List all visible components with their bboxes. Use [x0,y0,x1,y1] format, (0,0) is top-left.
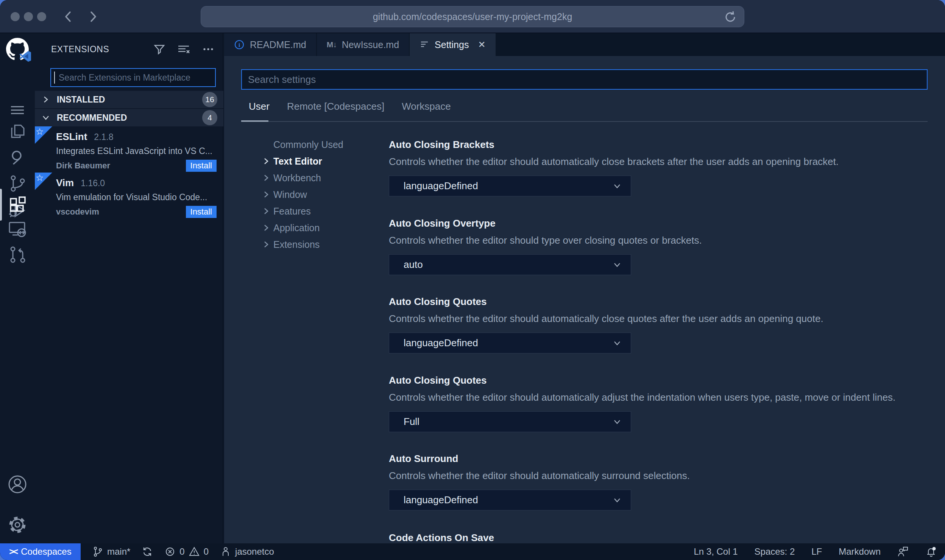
remote-explorer-icon[interactable] [5,217,30,241]
user-status[interactable]: jasonetco [220,546,274,557]
extensions-sidebar: EXTENSIONS INSTALLED 16 RECOMMENDED 4 ☆ … [35,33,223,543]
extension-item-vim[interactable]: ☆ Vim 1.16.0 Vim emulation for Visual St… [35,173,223,218]
editor-tab-bar: i README.md M↓ NewIssue.md Settings ✕ [224,33,945,56]
chevron-right-icon [259,156,273,166]
sidebar-title: EXTENSIONS [51,44,109,54]
settings-list-icon [419,40,429,50]
star-icon: ☆ [36,173,44,183]
tab-newissue[interactable]: M↓ NewIssue.md [317,33,410,56]
toc-text-editor[interactable]: Text Editor [259,153,384,170]
extensions-icon[interactable] [5,193,30,217]
tab-readme[interactable]: i README.md [224,33,317,56]
settings-search-input[interactable] [242,74,927,86]
install-button[interactable]: Install [186,160,217,172]
extensions-search-input[interactable] [55,73,215,83]
remote-indicator[interactable]: >< Codespaces [0,543,81,560]
chevron-right-icon [41,95,51,104]
info-icon: i [234,39,245,50]
recommended-ribbon: ☆ [35,173,52,190]
user-name: jasonetco [235,546,274,557]
chevron-down-icon [612,338,622,348]
star-icon: ☆ [36,126,44,137]
source-control-icon[interactable] [5,171,30,196]
extension-version: 1.16.0 [81,178,105,188]
extensions-search-box[interactable] [50,68,216,87]
back-icon[interactable] [60,8,76,25]
remote-label: Codespaces [21,546,71,557]
clear-list-icon[interactable] [176,43,191,56]
minimize-window-icon[interactable] [24,12,33,21]
branch-status[interactable]: main* [92,546,130,557]
search-icon[interactable] [5,145,30,170]
pull-request-icon[interactable] [5,243,30,267]
scope-divider [241,121,928,122]
toc-extensions[interactable]: Extensions [259,236,384,253]
browser-chrome: github.com/codespaces/user-my-project-mg… [0,0,945,33]
auto-surround-select[interactable]: languageDefined [389,490,631,510]
setting-code-actions-on-save: Code Actions On Save [389,532,945,543]
address-bar[interactable]: github.com/codespaces/user-my-project-mg… [201,6,744,27]
close-window-icon[interactable] [11,12,20,21]
notifications-bell-icon[interactable] [925,546,937,557]
count-badge: 4 [202,110,217,125]
settings-gear-icon[interactable] [5,513,30,537]
scope-remote[interactable]: Remote [Codespaces] [287,101,384,118]
chevron-down-icon [612,181,622,191]
settings-toc: Commonly Used Text Editor Workbench Wind… [259,136,384,253]
setting-auto-closing-overtype: Auto Closing Overtype Controls whether t… [389,218,945,275]
filter-icon[interactable] [153,43,166,56]
account-icon[interactable] [5,472,30,496]
tab-settings[interactable]: Settings ✕ [410,33,496,56]
eol-indicator[interactable]: LF [811,546,822,557]
warnings-icon [189,546,200,557]
cursor-position[interactable]: Ln 3, Col 1 [694,546,738,557]
chevron-right-icon [259,173,273,183]
auto-closing-overtype-select[interactable]: auto [389,254,631,275]
auto-closing-quotes-select[interactable]: languageDefined [389,333,631,353]
chevron-right-icon [259,223,273,233]
toc-features[interactable]: Features [259,203,384,219]
toc-application[interactable]: Application [259,219,384,236]
feedback-icon[interactable] [897,546,909,557]
branch-name: main* [107,546,130,557]
close-tab-icon[interactable]: ✕ [478,39,485,50]
extension-item-eslint[interactable]: ☆ ESLint 2.1.8 Integrates ESLint JavaScr… [35,126,223,172]
explorer-icon[interactable] [5,119,30,143]
scope-workspace[interactable]: Workspace [402,101,451,118]
toc-commonly-used[interactable]: Commonly Used [259,136,384,153]
sync-status[interactable] [142,546,153,557]
toc-window[interactable]: Window [259,186,384,203]
extension-author: Dirk Baeumer [56,161,110,171]
svg-text:i: i [239,42,240,48]
scope-user[interactable]: User [249,101,270,118]
extension-description: Integrates ESLint JavaScript into VS C..… [56,146,219,156]
browser-window: github.com/codespaces/user-my-project-mg… [0,0,945,560]
section-installed[interactable]: INSTALLED 16 [35,91,223,108]
toc-workbench[interactable]: Workbench [259,170,384,186]
forward-icon[interactable] [85,8,101,25]
chevron-down-icon [612,495,622,506]
setting-auto-surround: Auto Surround Controls whether the edito… [389,453,945,510]
setting-auto-indent: Auto Closing Quotes Controls whether the… [389,375,945,432]
settings-search-box[interactable] [241,69,928,90]
recommended-ribbon: ☆ [35,126,52,144]
language-mode[interactable]: Markdown [839,546,881,557]
auto-closing-brackets-select[interactable]: languageDefined [389,176,631,196]
window-controls[interactable] [11,12,46,21]
extension-name: ESLint [56,131,87,143]
url-text: github.com/codespaces/user-my-project-mg… [373,11,572,22]
settings-editor: User Remote [Codespaces] Workspace Commo… [224,56,945,543]
github-codespaces-logo [5,37,30,61]
refresh-icon[interactable] [724,10,737,24]
indentation[interactable]: Spaces: 2 [755,546,795,557]
status-bar: >< Codespaces main* 0 0 jasonetco Ln 3, … [0,543,945,560]
tab-label: NewIssue.md [342,39,399,50]
section-recommended[interactable]: RECOMMENDED 4 [35,109,223,126]
install-button[interactable]: Install [186,206,217,218]
more-actions-icon[interactable] [201,43,215,56]
auto-indent-select[interactable]: Full [389,411,631,432]
warnings-count: 0 [204,546,209,557]
zoom-window-icon[interactable] [37,12,46,21]
chevron-right-icon [259,190,273,199]
problems-status[interactable]: 0 0 [164,546,209,557]
